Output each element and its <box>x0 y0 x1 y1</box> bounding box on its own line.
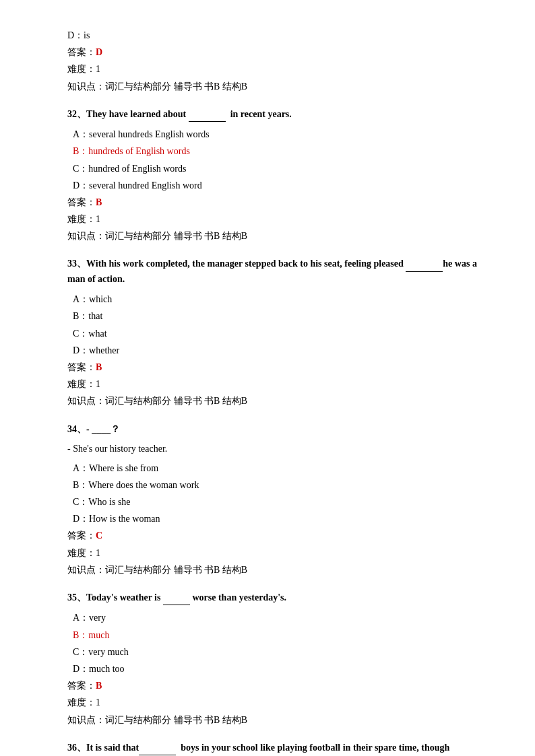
blank-36 <box>139 755 176 755</box>
q34-option-a: A：Where is she from <box>73 460 481 477</box>
question-36: 36、It is said that boys in your school l… <box>67 741 481 755</box>
pre-section: D：is 答案：D 难度：1 知识点：词汇与结构部分 辅导书 书B 结构B <box>67 27 481 95</box>
q33-option-a: A：which <box>73 291 481 308</box>
q34-option-c: C：Who is she <box>73 493 481 510</box>
q34-knowledge: 知识点：词汇与结构部分 辅导书 书B 结构B <box>67 561 481 578</box>
question-34-line2: - She's our history teacher. <box>67 441 481 457</box>
question-33: 33、With his work completed, the manager … <box>67 256 481 409</box>
q33-option-b: B：that <box>73 308 481 324</box>
q34-option-d: D：How is the woman <box>73 510 481 527</box>
blank-33 <box>406 271 443 272</box>
q32-option-a: A：several hundreds English words <box>73 126 481 143</box>
knowledge-meta: 知识点：词汇与结构部分 辅导书 书B 结构B <box>67 78 481 95</box>
question-36-header: 36、It is said that boys in your school l… <box>67 741 481 755</box>
q32-option-d: D：several hundred English word <box>73 177 481 194</box>
q32-knowledge: 知识点：词汇与结构部分 辅导书 书B 结构B <box>67 228 481 244</box>
d-answer-line: D：is <box>67 27 481 44</box>
q33-option-c: C：what <box>73 325 481 342</box>
q34-difficulty: 难度：1 <box>67 545 481 561</box>
q32-answer: 答案：B <box>67 194 481 211</box>
question-33-header: 33、With his work completed, the manager … <box>67 256 481 287</box>
q35-knowledge: 知识点：词汇与结构部分 辅导书 书B 结构B <box>67 712 481 728</box>
q35-option-a: A：very <box>73 609 481 626</box>
answer-meta: 答案：D <box>67 44 481 61</box>
blank-35 <box>163 605 190 605</box>
difficulty-meta: 难度：1 <box>67 61 481 77</box>
q33-knowledge: 知识点：词汇与结构部分 辅导书 书B 结构B <box>67 392 481 409</box>
q32-option-c: C：hundred of English words <box>73 160 481 177</box>
question-32: 32、They have learned about in recent yea… <box>67 107 481 245</box>
question-35: 35、Today's weather is worse than yesterd… <box>67 590 481 728</box>
q33-option-d: D：whether <box>73 342 481 359</box>
q35-option-c: C：very much <box>73 644 481 660</box>
question-34-header: 34、- ____？ <box>67 422 481 437</box>
q34-option-b: B：Where does the woman work <box>73 477 481 493</box>
q33-answer: 答案：B <box>67 359 481 376</box>
question-32-header: 32、They have learned about in recent yea… <box>67 107 481 122</box>
q33-difficulty: 难度：1 <box>67 376 481 392</box>
q32-difficulty: 难度：1 <box>67 211 481 228</box>
q34-answer: 答案：C <box>67 527 481 544</box>
question-34: 34、- ____？ - She's our history teacher. … <box>67 422 481 579</box>
q35-option-b: B：much <box>73 627 481 644</box>
q35-option-d: D：much too <box>73 660 481 677</box>
question-35-header: 35、Today's weather is worse than yesterd… <box>67 590 481 605</box>
q32-option-b: B：hundreds of English words <box>73 143 481 160</box>
q35-difficulty: 难度：1 <box>67 694 481 711</box>
blank-32 <box>189 121 226 122</box>
q35-answer: 答案：B <box>67 677 481 694</box>
